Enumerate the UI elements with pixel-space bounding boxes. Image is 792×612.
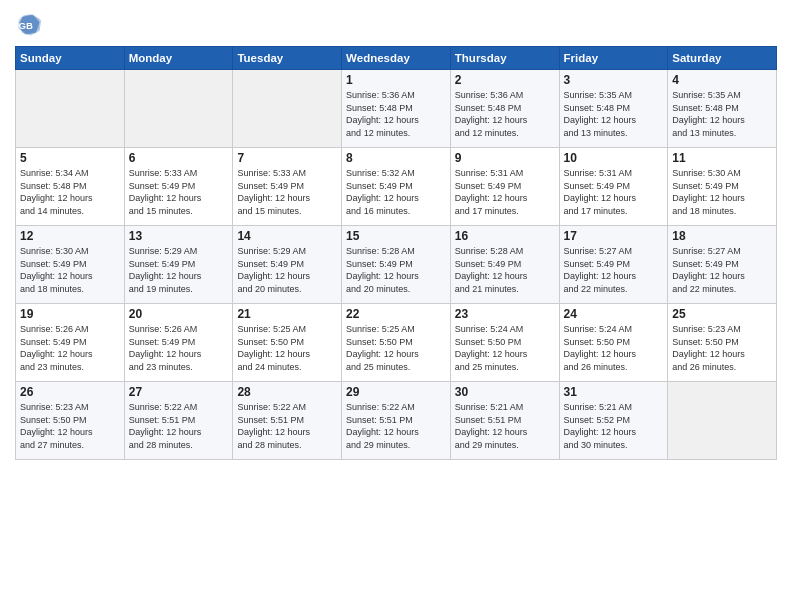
weekday-header-saturday: Saturday <box>668 47 777 70</box>
day-number: 2 <box>455 73 555 87</box>
week-row-3: 12Sunrise: 5:30 AMSunset: 5:49 PMDayligh… <box>16 226 777 304</box>
calendar-cell-5-1: 26Sunrise: 5:23 AMSunset: 5:50 PMDayligh… <box>16 382 125 460</box>
day-info: Sunrise: 5:35 AMSunset: 5:48 PMDaylight:… <box>672 89 772 139</box>
day-info: Sunrise: 5:26 AMSunset: 5:49 PMDaylight:… <box>20 323 120 373</box>
day-info: Sunrise: 5:21 AMSunset: 5:52 PMDaylight:… <box>564 401 664 451</box>
calendar-cell-5-3: 28Sunrise: 5:22 AMSunset: 5:51 PMDayligh… <box>233 382 342 460</box>
day-number: 13 <box>129 229 229 243</box>
day-info: Sunrise: 5:27 AMSunset: 5:49 PMDaylight:… <box>672 245 772 295</box>
weekday-header-wednesday: Wednesday <box>342 47 451 70</box>
calendar-cell-5-5: 30Sunrise: 5:21 AMSunset: 5:51 PMDayligh… <box>450 382 559 460</box>
day-info: Sunrise: 5:33 AMSunset: 5:49 PMDaylight:… <box>129 167 229 217</box>
day-info: Sunrise: 5:22 AMSunset: 5:51 PMDaylight:… <box>129 401 229 451</box>
calendar-cell-3-7: 18Sunrise: 5:27 AMSunset: 5:49 PMDayligh… <box>668 226 777 304</box>
calendar-cell-1-6: 3Sunrise: 5:35 AMSunset: 5:48 PMDaylight… <box>559 70 668 148</box>
calendar-cell-2-3: 7Sunrise: 5:33 AMSunset: 5:49 PMDaylight… <box>233 148 342 226</box>
calendar-cell-4-6: 24Sunrise: 5:24 AMSunset: 5:50 PMDayligh… <box>559 304 668 382</box>
day-info: Sunrise: 5:26 AMSunset: 5:49 PMDaylight:… <box>129 323 229 373</box>
day-info: Sunrise: 5:24 AMSunset: 5:50 PMDaylight:… <box>455 323 555 373</box>
weekday-header-tuesday: Tuesday <box>233 47 342 70</box>
calendar-cell-3-3: 14Sunrise: 5:29 AMSunset: 5:49 PMDayligh… <box>233 226 342 304</box>
header: GB <box>15 10 777 38</box>
calendar-cell-3-2: 13Sunrise: 5:29 AMSunset: 5:49 PMDayligh… <box>124 226 233 304</box>
weekday-header-monday: Monday <box>124 47 233 70</box>
day-number: 22 <box>346 307 446 321</box>
day-number: 28 <box>237 385 337 399</box>
calendar-cell-2-4: 8Sunrise: 5:32 AMSunset: 5:49 PMDaylight… <box>342 148 451 226</box>
calendar-cell-1-3 <box>233 70 342 148</box>
day-number: 6 <box>129 151 229 165</box>
day-info: Sunrise: 5:31 AMSunset: 5:49 PMDaylight:… <box>455 167 555 217</box>
calendar-cell-1-1 <box>16 70 125 148</box>
day-number: 10 <box>564 151 664 165</box>
day-info: Sunrise: 5:23 AMSunset: 5:50 PMDaylight:… <box>20 401 120 451</box>
weekday-header-row: SundayMondayTuesdayWednesdayThursdayFrid… <box>16 47 777 70</box>
day-info: Sunrise: 5:36 AMSunset: 5:48 PMDaylight:… <box>455 89 555 139</box>
day-info: Sunrise: 5:32 AMSunset: 5:49 PMDaylight:… <box>346 167 446 217</box>
day-number: 12 <box>20 229 120 243</box>
day-number: 5 <box>20 151 120 165</box>
day-info: Sunrise: 5:28 AMSunset: 5:49 PMDaylight:… <box>346 245 446 295</box>
day-info: Sunrise: 5:24 AMSunset: 5:50 PMDaylight:… <box>564 323 664 373</box>
day-number: 27 <box>129 385 229 399</box>
day-number: 19 <box>20 307 120 321</box>
day-info: Sunrise: 5:27 AMSunset: 5:49 PMDaylight:… <box>564 245 664 295</box>
day-info: Sunrise: 5:21 AMSunset: 5:51 PMDaylight:… <box>455 401 555 451</box>
weekday-header-sunday: Sunday <box>16 47 125 70</box>
day-number: 23 <box>455 307 555 321</box>
day-number: 25 <box>672 307 772 321</box>
day-number: 18 <box>672 229 772 243</box>
day-number: 20 <box>129 307 229 321</box>
calendar-cell-1-5: 2Sunrise: 5:36 AMSunset: 5:48 PMDaylight… <box>450 70 559 148</box>
calendar-cell-5-7 <box>668 382 777 460</box>
day-info: Sunrise: 5:25 AMSunset: 5:50 PMDaylight:… <box>237 323 337 373</box>
calendar-cell-3-4: 15Sunrise: 5:28 AMSunset: 5:49 PMDayligh… <box>342 226 451 304</box>
day-info: Sunrise: 5:36 AMSunset: 5:48 PMDaylight:… <box>346 89 446 139</box>
logo-icon: GB <box>15 10 43 38</box>
calendar-cell-1-2 <box>124 70 233 148</box>
calendar-cell-4-7: 25Sunrise: 5:23 AMSunset: 5:50 PMDayligh… <box>668 304 777 382</box>
calendar-table: SundayMondayTuesdayWednesdayThursdayFrid… <box>15 46 777 460</box>
day-info: Sunrise: 5:33 AMSunset: 5:49 PMDaylight:… <box>237 167 337 217</box>
calendar-cell-4-1: 19Sunrise: 5:26 AMSunset: 5:49 PMDayligh… <box>16 304 125 382</box>
day-info: Sunrise: 5:31 AMSunset: 5:49 PMDaylight:… <box>564 167 664 217</box>
calendar-cell-3-6: 17Sunrise: 5:27 AMSunset: 5:49 PMDayligh… <box>559 226 668 304</box>
day-info: Sunrise: 5:23 AMSunset: 5:50 PMDaylight:… <box>672 323 772 373</box>
day-info: Sunrise: 5:30 AMSunset: 5:49 PMDaylight:… <box>672 167 772 217</box>
day-info: Sunrise: 5:22 AMSunset: 5:51 PMDaylight:… <box>237 401 337 451</box>
calendar-cell-4-3: 21Sunrise: 5:25 AMSunset: 5:50 PMDayligh… <box>233 304 342 382</box>
day-number: 21 <box>237 307 337 321</box>
calendar-cell-2-1: 5Sunrise: 5:34 AMSunset: 5:48 PMDaylight… <box>16 148 125 226</box>
day-number: 7 <box>237 151 337 165</box>
calendar-cell-2-7: 11Sunrise: 5:30 AMSunset: 5:49 PMDayligh… <box>668 148 777 226</box>
day-number: 1 <box>346 73 446 87</box>
day-info: Sunrise: 5:28 AMSunset: 5:49 PMDaylight:… <box>455 245 555 295</box>
calendar-cell-3-5: 16Sunrise: 5:28 AMSunset: 5:49 PMDayligh… <box>450 226 559 304</box>
week-row-1: 1Sunrise: 5:36 AMSunset: 5:48 PMDaylight… <box>16 70 777 148</box>
calendar-cell-5-6: 31Sunrise: 5:21 AMSunset: 5:52 PMDayligh… <box>559 382 668 460</box>
calendar-cell-5-2: 27Sunrise: 5:22 AMSunset: 5:51 PMDayligh… <box>124 382 233 460</box>
weekday-header-thursday: Thursday <box>450 47 559 70</box>
day-number: 17 <box>564 229 664 243</box>
calendar-cell-2-5: 9Sunrise: 5:31 AMSunset: 5:49 PMDaylight… <box>450 148 559 226</box>
week-row-4: 19Sunrise: 5:26 AMSunset: 5:49 PMDayligh… <box>16 304 777 382</box>
day-info: Sunrise: 5:29 AMSunset: 5:49 PMDaylight:… <box>237 245 337 295</box>
calendar-cell-1-4: 1Sunrise: 5:36 AMSunset: 5:48 PMDaylight… <box>342 70 451 148</box>
day-number: 4 <box>672 73 772 87</box>
day-info: Sunrise: 5:25 AMSunset: 5:50 PMDaylight:… <box>346 323 446 373</box>
week-row-2: 5Sunrise: 5:34 AMSunset: 5:48 PMDaylight… <box>16 148 777 226</box>
day-number: 15 <box>346 229 446 243</box>
day-info: Sunrise: 5:34 AMSunset: 5:48 PMDaylight:… <box>20 167 120 217</box>
day-number: 26 <box>20 385 120 399</box>
day-number: 3 <box>564 73 664 87</box>
calendar-cell-4-5: 23Sunrise: 5:24 AMSunset: 5:50 PMDayligh… <box>450 304 559 382</box>
day-number: 14 <box>237 229 337 243</box>
day-number: 9 <box>455 151 555 165</box>
calendar-cell-4-2: 20Sunrise: 5:26 AMSunset: 5:49 PMDayligh… <box>124 304 233 382</box>
day-number: 31 <box>564 385 664 399</box>
day-number: 29 <box>346 385 446 399</box>
day-number: 24 <box>564 307 664 321</box>
day-info: Sunrise: 5:30 AMSunset: 5:49 PMDaylight:… <box>20 245 120 295</box>
weekday-header-friday: Friday <box>559 47 668 70</box>
day-info: Sunrise: 5:22 AMSunset: 5:51 PMDaylight:… <box>346 401 446 451</box>
